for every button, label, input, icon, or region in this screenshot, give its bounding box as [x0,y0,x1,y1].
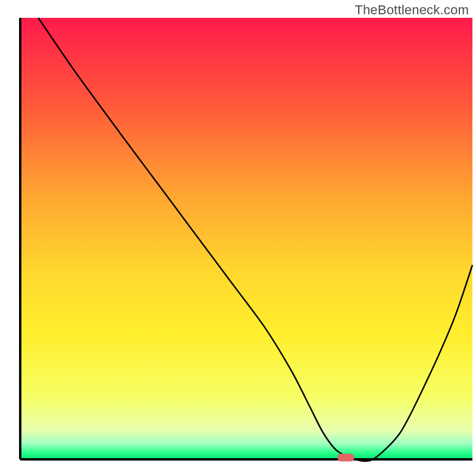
chart-svg [0,0,476,476]
bottleneck-chart: TheBottleneck.com [0,0,476,476]
plot-background [20,18,472,459]
optimal-marker [337,454,354,462]
watermark-text: TheBottleneck.com [355,2,469,18]
